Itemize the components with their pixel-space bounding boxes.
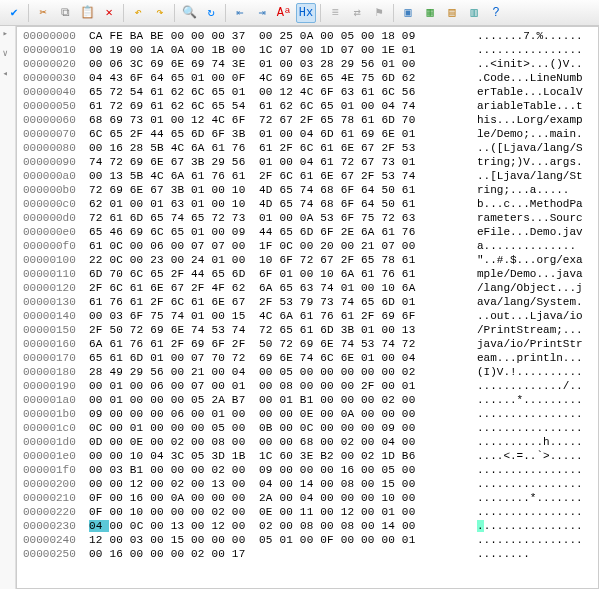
hex-bytes[interactable]: 22 0C 00 23 00 24 01 00 10 6F 72 67 2F 6… xyxy=(89,253,477,267)
hex-bytes[interactable]: 62 01 00 01 63 01 00 10 4D 65 74 68 6F 6… xyxy=(89,197,477,211)
hex-icon[interactable]: Hx xyxy=(296,3,316,23)
hex-bytes[interactable]: 28 49 29 56 00 21 00 04 00 05 00 00 00 0… xyxy=(89,365,477,379)
hex-row[interactable]: 000001b0 09 00 00 00 06 00 01 00 00 00 0… xyxy=(23,407,592,421)
hex-bytes[interactable]: 61 72 69 61 62 6C 65 54 61 62 6C 65 01 0… xyxy=(89,99,477,113)
panel3-icon[interactable]: ▤ xyxy=(442,3,462,23)
hex-row[interactable]: 00000180 28 49 29 56 00 21 00 04 00 05 0… xyxy=(23,365,592,379)
hex-bytes[interactable]: 04 00 0C 00 13 00 12 00 02 00 08 00 08 0… xyxy=(89,519,477,533)
gutter-icon-2[interactable]: ◂ xyxy=(3,68,13,78)
hex-row[interactable]: 000001c0 0C 00 01 00 00 00 05 00 0B 00 0… xyxy=(23,421,592,435)
hex-bytes[interactable]: 65 72 54 61 62 6C 65 01 00 12 4C 6F 63 6… xyxy=(89,85,477,99)
hex-bytes[interactable]: 00 03 B1 00 00 00 02 00 09 00 00 00 16 0… xyxy=(89,463,477,477)
hex-row[interactable]: 000000b0 72 69 6E 67 3B 01 00 10 4D 65 7… xyxy=(23,183,592,197)
hex-bytes[interactable]: 00 00 10 04 3C 05 3D 1B 1C 60 3E B2 00 0… xyxy=(89,449,477,463)
wrap-icon[interactable]: ≡ xyxy=(325,3,345,23)
hex-bytes[interactable]: 00 16 28 5B 4C 6A 61 76 61 2F 6C 61 6E 6… xyxy=(89,141,477,155)
hex-row[interactable]: 00000010 00 19 00 1A 0A 00 1B 00 1C 07 0… xyxy=(23,43,592,57)
hex-row[interactable]: 000001f0 00 03 B1 00 00 00 02 00 09 00 0… xyxy=(23,463,592,477)
hex-bytes[interactable]: 65 46 69 6C 65 01 00 09 44 65 6D 6F 2E 6… xyxy=(89,225,477,239)
spellcheck-icon[interactable]: ✔ xyxy=(4,3,24,23)
hex-bytes[interactable]: 74 72 69 6E 67 3B 29 56 01 00 04 61 72 6… xyxy=(89,155,477,169)
panel2-icon[interactable]: ▦ xyxy=(420,3,440,23)
hex-row[interactable]: 00000200 00 00 12 00 02 00 13 00 04 00 1… xyxy=(23,477,592,491)
hex-row[interactable]: 00000050 61 72 69 61 62 6C 65 54 61 62 6… xyxy=(23,99,592,113)
panel4-icon[interactable]: ▥ xyxy=(464,3,484,23)
hex-bytes[interactable]: 0F 00 16 00 0A 00 00 00 2A 00 04 00 00 0… xyxy=(89,491,477,505)
hex-bytes[interactable]: 65 61 6D 01 00 07 70 72 69 6E 74 6C 6E 0… xyxy=(89,351,477,365)
hex-row[interactable]: 000001d0 0D 00 0E 00 02 00 08 00 00 00 6… xyxy=(23,435,592,449)
paste-icon[interactable]: 📋 xyxy=(77,3,97,23)
hex-bytes[interactable]: 6A 61 76 61 2F 69 6F 2F 50 72 69 6E 74 5… xyxy=(89,337,477,351)
panel1-icon[interactable]: ▣ xyxy=(398,3,418,23)
hex-bytes[interactable]: 6D 70 6C 65 2F 44 65 6D 6F 01 00 10 6A 6… xyxy=(89,267,477,281)
hex-bytes[interactable]: 2F 50 72 69 6E 74 53 74 72 65 61 6D 3B 0… xyxy=(89,323,477,337)
hex-bytes[interactable]: 72 61 6D 65 74 65 72 73 01 00 0A 53 6F 7… xyxy=(89,211,477,225)
hex-bytes[interactable]: 6C 65 2F 44 65 6D 6F 3B 01 00 04 6D 61 6… xyxy=(89,127,477,141)
hex-row[interactable]: 000001a0 00 01 00 00 00 05 2A B7 00 01 B… xyxy=(23,393,592,407)
hex-bytes[interactable]: 0D 00 0E 00 02 00 08 00 00 00 68 00 02 0… xyxy=(89,435,477,449)
hex-bytes[interactable]: 68 69 73 01 00 12 4C 6F 72 67 2F 65 78 6… xyxy=(89,113,477,127)
hex-row[interactable]: 00000210 0F 00 16 00 0A 00 00 00 2A 00 0… xyxy=(23,491,592,505)
hex-row[interactable]: 00000230 04 00 0C 00 13 00 12 00 02 00 0… xyxy=(23,519,592,533)
hex-row[interactable]: 00000170 65 61 6D 01 00 07 70 72 69 6E 7… xyxy=(23,351,592,365)
hex-row[interactable]: 00000100 22 0C 00 23 00 24 01 00 10 6F 7… xyxy=(23,253,592,267)
hex-bytes[interactable]: 61 76 61 2F 6C 61 6E 67 2F 53 79 73 74 6… xyxy=(89,295,477,309)
hex-row[interactable]: 00000160 6A 61 76 61 2F 69 6F 2F 50 72 6… xyxy=(23,337,592,351)
hex-row[interactable]: 00000110 6D 70 6C 65 2F 44 65 6D 6F 01 0… xyxy=(23,267,592,281)
gutter-icon-0[interactable]: ▸ xyxy=(3,28,13,38)
hex-bytes[interactable]: 04 43 6F 64 65 01 00 0F 4C 69 6E 65 4E 7… xyxy=(89,71,477,85)
hex-row[interactable]: 00000020 00 06 3C 69 6E 69 74 3E 01 00 0… xyxy=(23,57,592,71)
hex-bytes[interactable]: 00 01 00 00 00 05 2A B7 00 01 B1 00 00 0… xyxy=(89,393,477,407)
hex-bytes[interactable]: 00 03 6F 75 74 01 00 15 4C 6A 61 76 61 2… xyxy=(89,309,477,323)
hex-row[interactable]: 000000f0 61 0C 00 06 00 07 07 00 1F 0C 0… xyxy=(23,239,592,253)
find-icon[interactable]: 🔍 xyxy=(179,3,199,23)
hex-bytes[interactable]: CA FE BA BE 00 00 00 37 00 25 0A 00 05 0… xyxy=(89,29,477,43)
hex-row[interactable]: 00000150 2F 50 72 69 6E 74 53 74 72 65 6… xyxy=(23,323,592,337)
font-icon[interactable]: Aª xyxy=(274,3,294,23)
hex-bytes[interactable]: 09 00 00 00 06 00 01 00 00 00 0E 00 0A 0… xyxy=(89,407,477,421)
hex-row[interactable]: 00000130 61 76 61 2F 6C 61 6E 67 2F 53 7… xyxy=(23,295,592,309)
outdent-icon[interactable]: ⇤ xyxy=(230,3,250,23)
hex-row[interactable]: 00000250 00 16 00 00 00 02 00 17 .......… xyxy=(23,547,592,561)
replace-icon[interactable]: ↻ xyxy=(201,3,221,23)
hex-row[interactable]: 00000240 12 00 03 00 15 00 00 00 05 01 0… xyxy=(23,533,592,547)
undo-icon[interactable]: ↶ xyxy=(128,3,148,23)
hex-row[interactable]: 00000140 00 03 6F 75 74 01 00 15 4C 6A 6… xyxy=(23,309,592,323)
hex-row[interactable]: 00000000 CA FE BA BE 00 00 00 37 00 25 0… xyxy=(23,29,592,43)
hex-row[interactable]: 00000220 0F 00 10 00 00 00 02 00 0E 00 1… xyxy=(23,505,592,519)
hex-bytes[interactable]: 00 00 12 00 02 00 13 00 04 00 14 00 08 0… xyxy=(89,477,477,491)
hex-bytes[interactable]: 0C 00 01 00 00 00 05 00 0B 00 0C 00 00 0… xyxy=(89,421,477,435)
redo-icon[interactable]: ↷ xyxy=(150,3,170,23)
hex-row[interactable]: 00000070 6C 65 2F 44 65 6D 6F 3B 01 00 0… xyxy=(23,127,592,141)
delete-icon[interactable]: ✕ xyxy=(99,3,119,23)
hex-row[interactable]: 000000c0 62 01 00 01 63 01 00 10 4D 65 7… xyxy=(23,197,592,211)
compare-icon[interactable]: ⇄ xyxy=(347,3,367,23)
cut-icon[interactable]: ✂ xyxy=(33,3,53,23)
hex-row[interactable]: 00000060 68 69 73 01 00 12 4C 6F 72 67 2… xyxy=(23,113,592,127)
hex-row[interactable]: 000001e0 00 00 10 04 3C 05 3D 1B 1C 60 3… xyxy=(23,449,592,463)
copy-icon[interactable]: ⧉ xyxy=(55,3,75,23)
bookmark-icon[interactable]: ⚑ xyxy=(369,3,389,23)
hex-bytes[interactable]: 00 16 00 00 00 02 00 17 xyxy=(89,547,477,561)
hex-bytes[interactable]: 00 06 3C 69 6E 69 74 3E 01 00 03 28 29 5… xyxy=(89,57,477,71)
hex-row[interactable]: 000000a0 00 13 5B 4C 6A 61 76 61 2F 6C 6… xyxy=(23,169,592,183)
help-icon[interactable]: ? xyxy=(486,3,506,23)
hex-row[interactable]: 00000190 00 01 00 06 00 07 00 01 00 08 0… xyxy=(23,379,592,393)
hex-row[interactable]: 000000e0 65 46 69 6C 65 01 00 09 44 65 6… xyxy=(23,225,592,239)
hex-bytes[interactable]: 00 01 00 06 00 07 00 01 00 08 00 00 00 2… xyxy=(89,379,477,393)
hex-row[interactable]: 00000080 00 16 28 5B 4C 6A 61 76 61 2F 6… xyxy=(23,141,592,155)
hex-bytes[interactable]: 2F 6C 61 6E 67 2F 4F 62 6A 65 63 74 01 0… xyxy=(89,281,477,295)
indent-icon[interactable]: ⇥ xyxy=(252,3,272,23)
hex-bytes[interactable]: 00 19 00 1A 0A 00 1B 00 1C 07 00 1D 07 0… xyxy=(89,43,477,57)
hex-view[interactable]: 00000000 CA FE BA BE 00 00 00 37 00 25 0… xyxy=(16,26,599,589)
hex-bytes[interactable]: 00 13 5B 4C 6A 61 76 61 2F 6C 61 6E 67 2… xyxy=(89,169,477,183)
hex-bytes[interactable]: 72 69 6E 67 3B 01 00 10 4D 65 74 68 6F 6… xyxy=(89,183,477,197)
hex-row[interactable]: 00000120 2F 6C 61 6E 67 2F 4F 62 6A 65 6… xyxy=(23,281,592,295)
hex-row[interactable]: 000000d0 72 61 6D 65 74 65 72 73 01 00 0… xyxy=(23,211,592,225)
gutter-icon-1[interactable]: ∨ xyxy=(3,48,13,58)
hex-row[interactable]: 00000030 04 43 6F 64 65 01 00 0F 4C 69 6… xyxy=(23,71,592,85)
hex-row[interactable]: 00000090 74 72 69 6E 67 3B 29 56 01 00 0… xyxy=(23,155,592,169)
hex-bytes[interactable]: 61 0C 00 06 00 07 07 00 1F 0C 00 20 00 2… xyxy=(89,239,477,253)
hex-row[interactable]: 00000040 65 72 54 61 62 6C 65 01 00 12 4… xyxy=(23,85,592,99)
hex-bytes[interactable]: 0F 00 10 00 00 00 02 00 0E 00 11 00 12 0… xyxy=(89,505,477,519)
